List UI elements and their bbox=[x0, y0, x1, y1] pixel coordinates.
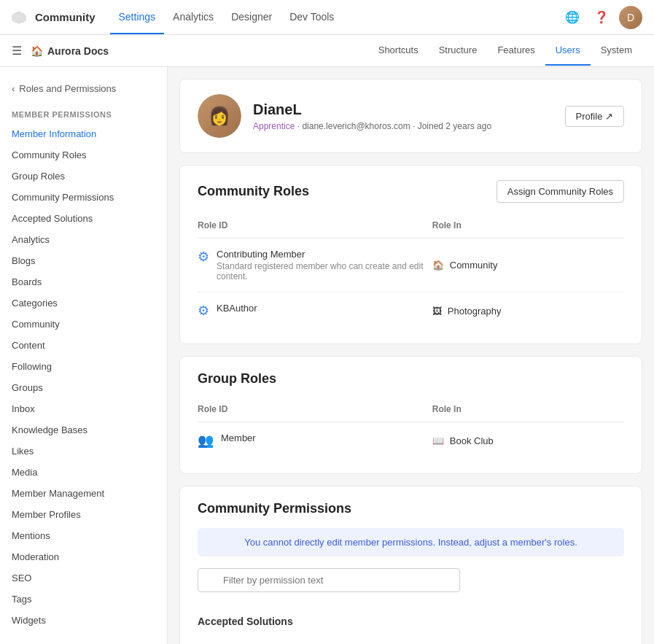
sidebar-item-mentions[interactable]: Mentions bbox=[0, 525, 167, 546]
sidebar-item-community-permissions[interactable]: Community Permissions bbox=[0, 187, 167, 208]
role-desc: Standard registered member who can creat… bbox=[217, 261, 432, 282]
profile-info: DianeL Apprentice · diane.leverich@khoro… bbox=[253, 101, 565, 131]
main-content: 👩 DianeL Apprentice · diane.leverich@kho… bbox=[168, 67, 654, 644]
contributing-member-icon: ⚙ bbox=[198, 249, 209, 265]
site-name[interactable]: 🏠 Aurora Docs bbox=[31, 45, 109, 57]
table-row: ⚙ KBAuthor 🖼 Photography bbox=[198, 292, 624, 330]
community-home-icon: 🏠 bbox=[432, 260, 444, 271]
community-roles-card: Community Roles Assign Community Roles R… bbox=[179, 165, 642, 344]
hamburger-icon[interactable]: ☰ bbox=[12, 44, 22, 58]
sidebar-item-inbox[interactable]: Inbox bbox=[0, 398, 167, 419]
sidebar-item-categories[interactable]: Categories bbox=[0, 292, 167, 314]
filter-input[interactable] bbox=[198, 568, 460, 592]
permission-row: Manage solutions Mark an answer as an ac… bbox=[198, 636, 624, 644]
group-roles-table: Role ID Role In 👥 Member bbox=[198, 398, 624, 459]
role-name: Member bbox=[221, 432, 256, 443]
profile-email: diane.leverich@khoros.com bbox=[302, 121, 410, 131]
help-icon-btn[interactable]: ❓ bbox=[590, 6, 613, 29]
assign-community-roles-button[interactable]: Assign Community Roles bbox=[497, 180, 624, 203]
second-nav-tabs: Shortcuts Structure Features Users Syste… bbox=[368, 36, 642, 66]
role-name: Contributing Member bbox=[217, 249, 432, 260]
tab-analytics[interactable]: Analytics bbox=[164, 1, 222, 34]
profile-avatar: 👩 bbox=[198, 94, 241, 138]
role-cell: ⚙ KBAuthor bbox=[198, 303, 432, 319]
table-row: ⚙ Contributing Member Standard registere… bbox=[198, 238, 624, 292]
sidebar-item-member-management[interactable]: Member Management bbox=[0, 483, 167, 504]
tab-structure[interactable]: Structure bbox=[429, 36, 488, 66]
user-avatar[interactable]: D bbox=[619, 6, 642, 29]
top-nav-actions: 🌐 ❓ D bbox=[561, 6, 642, 29]
tab-system[interactable]: System bbox=[591, 36, 642, 66]
sidebar-item-community[interactable]: Community bbox=[0, 314, 167, 335]
top-nav-tabs: Settings Analytics Designer Dev Tools bbox=[110, 1, 561, 34]
sub-section-title: Accepted Solutions bbox=[198, 616, 624, 627]
kbauthor-icon: ⚙ bbox=[198, 303, 209, 319]
community-roles-header: Community Roles Assign Community Roles bbox=[198, 180, 624, 203]
group-roles-header: Group Roles bbox=[198, 371, 624, 387]
role-in-cell: 🖼 Photography bbox=[432, 306, 624, 317]
sidebar-item-seo[interactable]: SEO bbox=[0, 567, 167, 589]
profile-separator2: · bbox=[413, 121, 418, 131]
sidebar-item-groups[interactable]: Groups bbox=[0, 377, 167, 398]
profile-joined: Joined 2 years ago bbox=[418, 121, 491, 131]
top-navigation: Community Settings Analytics Designer De… bbox=[0, 0, 654, 35]
sidebar-item-member-profiles[interactable]: Member Profiles bbox=[0, 504, 167, 525]
sidebar-section-title: MEMBER PERMISSIONS bbox=[0, 104, 167, 123]
tab-features[interactable]: Features bbox=[487, 36, 545, 66]
tab-users[interactable]: Users bbox=[545, 36, 591, 66]
member-icon: 👥 bbox=[198, 432, 214, 449]
globe-icon-btn[interactable]: 🌐 bbox=[561, 6, 584, 29]
role-cell: ⚙ Contributing Member Standard registere… bbox=[198, 249, 432, 282]
avatar-image: 👩 bbox=[198, 94, 241, 138]
profile-card: 👩 DianeL Apprentice · diane.leverich@kho… bbox=[179, 79, 642, 153]
profile-name: DianeL bbox=[253, 101, 565, 118]
tab-designer[interactable]: Designer bbox=[222, 1, 281, 34]
back-arrow-icon: ‹ bbox=[12, 83, 15, 94]
sidebar-item-group-roles[interactable]: Group Roles bbox=[0, 166, 167, 187]
community-roles-table: Role ID Role In ⚙ Contributing Member St… bbox=[198, 214, 624, 329]
col-role-id-gr: Role ID bbox=[198, 398, 432, 422]
sidebar-item-tags[interactable]: Tags bbox=[0, 589, 167, 610]
sidebar-item-knowledge-bases[interactable]: Knowledge Bases bbox=[0, 419, 167, 441]
sidebar-item-widgets[interactable]: Widgets bbox=[0, 610, 167, 631]
sidebar-item-blogs[interactable]: Blogs bbox=[0, 250, 167, 271]
community-permissions-header: Community Permissions bbox=[198, 501, 624, 516]
sidebar-item-accepted-solutions[interactable]: Accepted Solutions bbox=[0, 208, 167, 229]
profile-role: Apprentice bbox=[253, 121, 295, 131]
sidebar-item-moderation[interactable]: Moderation bbox=[0, 546, 167, 567]
community-permissions-title: Community Permissions bbox=[198, 501, 351, 516]
photography-icon: 🖼 bbox=[432, 306, 442, 317]
sidebar: ‹ Roles and Permissions MEMBER PERMISSIO… bbox=[0, 67, 168, 644]
permissions-info-banner: You cannot directly edit member permissi… bbox=[198, 528, 624, 556]
profile-button[interactable]: Profile ↗ bbox=[565, 106, 624, 127]
role-in-cell: 📖 Book Club bbox=[432, 435, 624, 446]
sidebar-item-analytics[interactable]: Analytics bbox=[0, 229, 167, 250]
sidebar-item-member-information[interactable]: Member Information bbox=[0, 123, 167, 144]
role-in-cell: 🏠 Community bbox=[432, 260, 624, 271]
filter-wrapper bbox=[198, 568, 460, 604]
col-role-in-gr: Role In bbox=[432, 398, 624, 422]
tab-settings[interactable]: Settings bbox=[110, 1, 165, 34]
sidebar-item-boards[interactable]: Boards bbox=[0, 271, 167, 292]
logo[interactable] bbox=[12, 10, 26, 25]
tab-dev-tools[interactable]: Dev Tools bbox=[281, 1, 343, 34]
community-permissions-card: Community Permissions You cannot directl… bbox=[179, 486, 642, 644]
col-role-id: Role ID bbox=[198, 214, 432, 238]
sidebar-item-likes[interactable]: Likes bbox=[0, 441, 167, 462]
col-role-in: Role In bbox=[432, 214, 624, 238]
second-navigation: ☰ 🏠 Aurora Docs Shortcuts Structure Feat… bbox=[0, 35, 654, 67]
tab-shortcuts[interactable]: Shortcuts bbox=[368, 36, 429, 66]
group-roles-card: Group Roles Role ID Role In 👥 Member bbox=[179, 356, 642, 474]
sidebar-item-community-roles[interactable]: Community Roles bbox=[0, 144, 167, 166]
sidebar-item-content[interactable]: Content bbox=[0, 335, 167, 356]
profile-meta: Apprentice · diane.leverich@khoros.com ·… bbox=[253, 121, 565, 131]
role-in-value: Community bbox=[450, 260, 498, 271]
home-icon: 🏠 bbox=[31, 45, 43, 57]
sidebar-item-media[interactable]: Media bbox=[0, 462, 167, 483]
sidebar-item-following[interactable]: Following bbox=[0, 356, 167, 377]
role-in-value: Book Club bbox=[450, 435, 494, 446]
book-club-icon: 📖 bbox=[432, 435, 444, 446]
main-layout: ‹ Roles and Permissions MEMBER PERMISSIO… bbox=[0, 67, 654, 644]
sidebar-back-link[interactable]: ‹ Roles and Permissions bbox=[0, 79, 167, 104]
role-in-value: Photography bbox=[448, 306, 502, 317]
